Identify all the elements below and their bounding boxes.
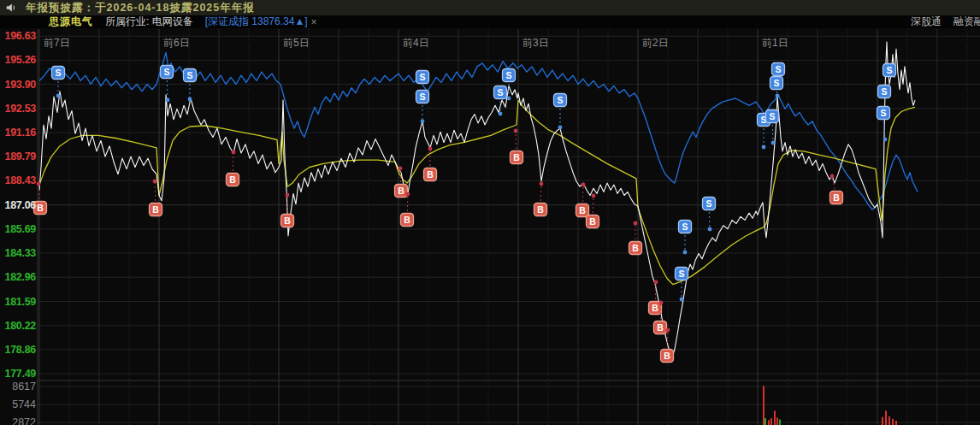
buy-signal-dot: [634, 221, 638, 226]
price-axis-label: 196.63: [1, 30, 36, 42]
buy-signal-letter: B: [664, 351, 670, 361]
volume-axis-label: 2872: [1, 416, 36, 425]
sell-signal-dot: [558, 126, 563, 130]
buy-signal-letter: B: [657, 322, 664, 333]
volume-bar: [774, 410, 776, 425]
price-axis-label: 177.49: [1, 368, 36, 380]
sell-signal-dot: [499, 112, 503, 116]
stock-name: 思源电气: [49, 15, 93, 29]
price-axis-label: 193.90: [1, 79, 36, 91]
buy-signal-dot: [153, 180, 157, 184]
buy-signal-dot: [37, 182, 41, 186]
buy-signal-letter: B: [427, 169, 434, 180]
sell-signal-dot: [762, 145, 766, 150]
sell-signal-letter: S: [775, 64, 781, 74]
buy-signal-dot: [398, 167, 403, 171]
price-axis-label: 188.43: [1, 174, 36, 186]
buy-signal-letter: B: [579, 205, 586, 215]
buy-signal-dot: [654, 280, 658, 285]
sell-signal-dot: [771, 141, 776, 145]
sell-signal-letter: S: [55, 68, 61, 78]
day-label: 前4日: [403, 37, 429, 49]
price-axis-label: 180.22: [1, 320, 36, 332]
price-axis-label: 192.53: [1, 103, 36, 115]
buy-signal-dot: [428, 147, 433, 151]
buy-signal-letter: B: [152, 204, 159, 215]
sell-signal-letter: S: [705, 198, 711, 209]
sell-signal-letter: S: [419, 91, 425, 102]
volume-bar: [763, 386, 765, 425]
buy-signal-dot: [592, 194, 596, 198]
volume-axis-label: 8617: [1, 381, 36, 393]
sell-signal-dot: [56, 94, 61, 98]
sell-signal-dot: [776, 94, 780, 98]
sell-signal-letter: S: [682, 221, 688, 232]
volume-bar: [895, 421, 897, 425]
day-label: 前2日: [642, 37, 669, 49]
sell-signal-letter: S: [886, 65, 892, 75]
day-label: 前7日: [44, 37, 70, 49]
sell-signal-dot: [883, 138, 888, 142]
price-axis-label: 182.96: [1, 271, 36, 283]
sell-signal-letter: S: [163, 67, 169, 77]
index-tab[interactable]: [深证成指 13876.34▲]: [205, 15, 308, 29]
buy-signal-letter: B: [652, 303, 658, 313]
price-axis-label: 185.69: [1, 223, 36, 235]
buy-signal-dot: [232, 151, 236, 155]
sell-signal-letter: S: [769, 111, 775, 121]
price-axis-label: 195.26: [1, 54, 36, 66]
speaker-icon: [5, 2, 17, 14]
buy-signal-letter: B: [398, 186, 404, 196]
industry-label: 所属行业: 电网设备: [105, 15, 193, 29]
market-links: 深股通 融资融券: [911, 15, 980, 28]
chart-canvas[interactable]: SSSSSSSSSSSSSSSSSSBBBBBBBBBBBBBBBB: [0, 28, 980, 425]
buy-signal-letter: B: [632, 243, 639, 253]
buy-signal-dot: [286, 193, 290, 198]
link-shengutong[interactable]: 深股通: [911, 15, 942, 29]
volume-bar: [770, 418, 772, 425]
sell-signal-dot: [507, 97, 511, 101]
buy-signal-letter: B: [589, 216, 596, 227]
sell-signal-letter: S: [678, 269, 684, 279]
price-axis-label: 178.86: [1, 344, 36, 356]
volume-bar: [885, 410, 887, 425]
volume-bar: [779, 420, 781, 425]
buy-signal-dot: [514, 129, 518, 133]
volume-bar: [882, 417, 883, 425]
sell-signal-letter: S: [881, 86, 887, 97]
price-line: [39, 42, 915, 357]
buy-signal-letter: B: [284, 215, 291, 226]
price-axis-label: 184.33: [1, 247, 36, 259]
volume-bar: [768, 420, 770, 425]
stock-header-bar: 思源电气 所属行业: 电网设备 [深证成指 13876.34▲] × 深股通 融…: [0, 15, 980, 28]
sell-signal-dot: [166, 98, 170, 103]
day-label: 前5日: [283, 37, 310, 49]
buy-signal-dot: [406, 192, 410, 197]
sell-signal-dot: [708, 227, 712, 232]
price-axis-label: 181.59: [1, 296, 36, 308]
average-price-line: [39, 100, 915, 285]
sell-signal-letter: S: [497, 87, 503, 97]
day-label: 前6日: [163, 37, 190, 49]
sell-signal-dot: [188, 97, 192, 102]
buy-signal-letter: B: [537, 204, 544, 215]
price-axis-label: 191.16: [1, 127, 36, 139]
index-tab-close-icon[interactable]: ×: [311, 16, 317, 28]
trading-app-window: 年报预披露：于2026-04-18披露2025年年报 思源电气 所属行业: 电网…: [0, 0, 980, 425]
intraday-chart-area[interactable]: SSSSSSSSSSSSSSSSSSBBBBBBBBBBBBBBBB 196.6…: [0, 28, 980, 425]
link-rongzirongquan[interactable]: 融资融券: [953, 15, 980, 29]
day-label: 前1日: [762, 37, 788, 49]
volume-bar: [888, 416, 890, 425]
buy-signal-dot: [582, 183, 586, 187]
sell-signal-letter: S: [880, 108, 886, 118]
buy-signal-letter: B: [513, 152, 520, 162]
sell-signal-dot: [680, 298, 684, 302]
sell-signal-letter: S: [557, 95, 563, 105]
sell-signal-letter: S: [419, 72, 425, 82]
buy-signal-dot: [659, 301, 664, 305]
buy-signal-dot: [666, 328, 670, 333]
sell-signal-letter: S: [186, 70, 192, 80]
buy-signal-letter: B: [37, 203, 44, 213]
news-banner-text: 年报预披露：于2026-04-18披露2025年年报: [26, 1, 255, 15]
buy-signal-letter: B: [404, 215, 410, 225]
